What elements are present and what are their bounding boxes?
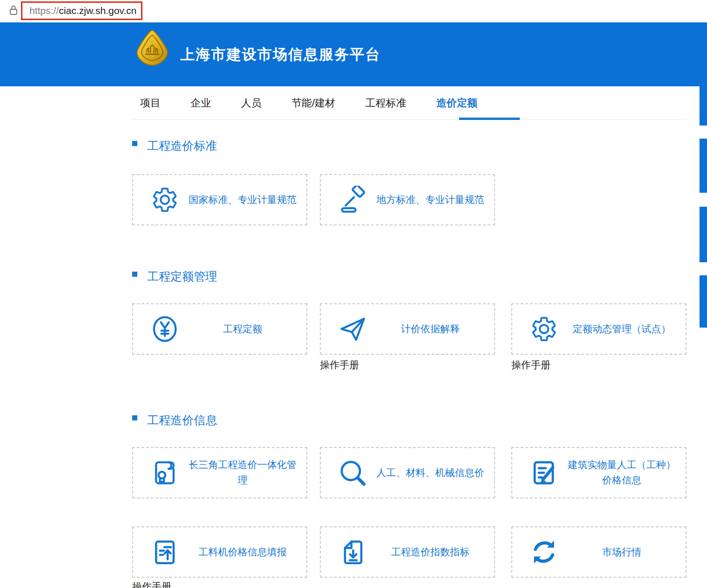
section-title-cost-information: 工程造价信息: [147, 413, 217, 428]
site-logo: [134, 29, 170, 68]
side-widget-bar[interactable]: [700, 86, 707, 126]
card-label: 国家标准、专业计量规范: [179, 192, 306, 208]
card-label: 计价依据解释: [367, 322, 494, 337]
page: https://ciac.zjw.sh.gov.cn 上海市建设市场信: [0, 0, 707, 588]
card-label: 工程造价指数指标: [367, 545, 494, 560]
manual-link-dynamic-quota[interactable]: 操作手册: [511, 358, 551, 371]
card-dynamic-quota-management[interactable]: 定额动态管理（试点）: [511, 303, 686, 355]
side-widget-bar[interactable]: [700, 275, 707, 328]
tab-cost-quota[interactable]: 造价定额: [436, 96, 477, 110]
card-label: 人工、材料、机械信息价: [367, 465, 494, 481]
card-price-info-filling[interactable]: 工料机价格信息填报: [132, 526, 307, 578]
section-bullet: [132, 272, 137, 277]
tab-engineering-standards[interactable]: 工程标准: [365, 96, 406, 110]
side-widget-bar[interactable]: [700, 139, 707, 193]
manual-link-pricing-basis[interactable]: 操作手册: [320, 358, 359, 371]
yuan-icon: [151, 315, 179, 343]
card-pricing-basis[interactable]: 计价依据解释: [320, 303, 495, 355]
tabs-divider: [132, 119, 686, 120]
active-tab-underline: [459, 118, 520, 120]
edit-document-icon: [530, 459, 558, 487]
gavel-icon: [339, 186, 367, 214]
card-label: 工程定额: [179, 322, 306, 337]
tab-energy-materials[interactable]: 节能/建材: [291, 96, 335, 110]
card-national-standards[interactable]: 国家标准、专业计量规范: [132, 174, 307, 225]
card-label: 市场行情: [558, 545, 686, 560]
card-label: 长三角工程造价一体化管理: [179, 457, 306, 488]
url-highlight-box: https://ciac.zjw.sh.gov.cn: [21, 1, 142, 20]
manual-link-price-filling[interactable]: 操作手册: [132, 580, 171, 588]
main-nav: 项目 企业 人员 节能/建材 工程标准 造价定额: [140, 86, 477, 120]
card-label: 建筑实物量人工（工种）价格信息: [558, 457, 686, 488]
card-market-quotes[interactable]: 市场行情: [511, 526, 686, 578]
page-title: 上海市建设市场信息服务平台: [180, 45, 381, 64]
url-input[interactable]: https://ciac.zjw.sh.gov.cn: [29, 5, 137, 16]
card-label: 定额动态管理（试点）: [558, 322, 686, 337]
certificate-icon: [151, 459, 179, 487]
url-scheme: https://: [29, 5, 59, 16]
section-bullet: [132, 415, 137, 420]
card-local-standards[interactable]: 地方标准、专业计量规范: [320, 174, 495, 225]
site-header: 上海市建设市场信息服务平台: [0, 22, 707, 86]
paper-plane-icon: [339, 315, 367, 343]
refresh-icon: [530, 538, 558, 566]
card-yangtze-delta-integration[interactable]: 长三角工程造价一体化管理: [132, 447, 307, 498]
tab-projects[interactable]: 项目: [140, 96, 161, 110]
gear-icon: [530, 315, 558, 343]
section-bullet: [132, 141, 137, 146]
tab-enterprise[interactable]: 企业: [191, 96, 211, 110]
card-physical-labor-price-info[interactable]: 建筑实物量人工（工种）价格信息: [511, 447, 686, 498]
side-widget-bar[interactable]: [700, 207, 707, 262]
url-host: ciac.zjw.sh.gov.cn: [59, 5, 137, 16]
lock-icon[interactable]: [8, 4, 19, 17]
download-document-icon: [339, 538, 367, 566]
section-title-quota-management: 工程定额管理: [147, 269, 217, 284]
gear-icon: [151, 186, 179, 214]
card-cost-index-indicators[interactable]: 工程造价指数指标: [320, 526, 495, 578]
browser-url-bar: https://ciac.zjw.sh.gov.cn: [0, 0, 707, 22]
card-label: 工料机价格信息填报: [179, 545, 306, 560]
card-labor-material-machine-price[interactable]: 人工、材料、机械信息价: [320, 447, 495, 498]
card-label: 地方标准、专业计量规范: [367, 192, 494, 208]
upload-document-icon: [151, 538, 179, 566]
card-engineering-quota[interactable]: 工程定额: [132, 303, 307, 355]
search-icon: [339, 459, 367, 487]
section-title-cost-standards: 工程造价标准: [147, 138, 217, 154]
tab-personnel[interactable]: 人员: [241, 96, 262, 110]
